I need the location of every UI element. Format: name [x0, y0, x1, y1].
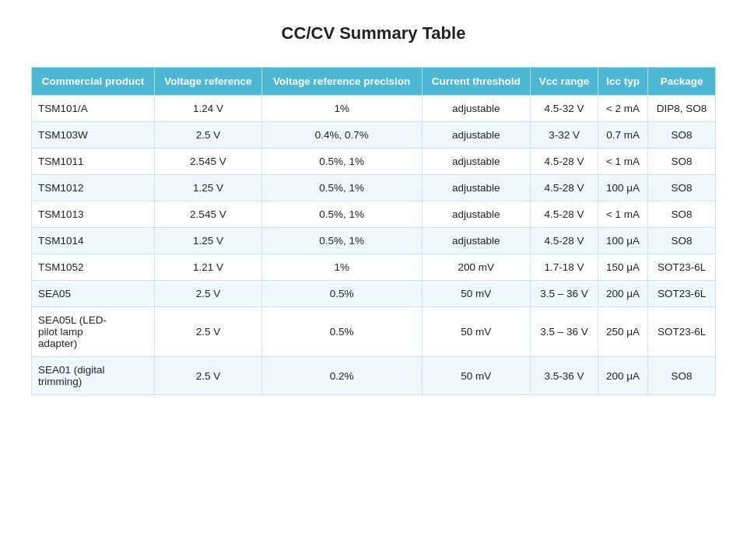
header-vcc-range: Vcc range	[531, 68, 598, 96]
cell-r0-c1: 1.24 V	[155, 96, 262, 122]
cell-r7-c6: SOT23-6L	[648, 281, 716, 307]
cell-r7-c2: 0.5%	[261, 281, 422, 307]
cell-r3-c1: 1.25 V	[155, 175, 262, 201]
cell-r3-c3: adjustable	[422, 175, 531, 201]
cell-r8-c1: 2.5 V	[155, 307, 262, 357]
cell-r2-c2: 0.5%, 1%	[261, 149, 422, 175]
cell-r8-c2: 0.5%	[261, 307, 422, 357]
cell-r5-c6: SO8	[648, 228, 716, 254]
table-row: TSM10132.545 V0.5%, 1%adjustable4.5-28 V…	[32, 201, 716, 228]
header-package: Package	[648, 68, 716, 96]
cell-r3-c2: 0.5%, 1%	[261, 175, 422, 201]
cell-r0-c2: 1%	[261, 96, 422, 122]
cell-r0-c4: 4.5-32 V	[531, 96, 598, 122]
cell-r1-c1: 2.5 V	[155, 122, 262, 149]
cell-r4-c4: 4.5-28 V	[531, 201, 598, 228]
summary-table: Commercial product Voltage reference Vol…	[31, 67, 716, 395]
cell-r6-c0: TSM1052	[32, 254, 155, 281]
cell-r6-c3: 200 mV	[422, 254, 531, 281]
page-title: CC/CV Summary Table	[282, 23, 466, 44]
cell-r8-c6: SOT23-6L	[648, 307, 716, 357]
cell-r2-c0: TSM1011	[32, 149, 155, 175]
cell-r7-c3: 50 mV	[422, 281, 531, 307]
header-commercial-product: Commercial product	[32, 68, 155, 96]
cell-r4-c6: SO8	[648, 201, 716, 228]
cell-r3-c6: SO8	[648, 175, 716, 201]
cell-r2-c5: < 1 mA	[598, 149, 648, 175]
cell-r6-c1: 1.21 V	[155, 254, 262, 281]
table-row: TSM10521.21 V1%200 mV1.7-18 V150 μASOT23…	[32, 254, 716, 281]
cell-r7-c0: SEA05	[32, 281, 155, 307]
cell-r2-c3: adjustable	[422, 149, 531, 175]
cell-r5-c0: TSM1014	[32, 228, 155, 254]
header-voltage-reference: Voltage reference	[155, 68, 262, 96]
cell-r1-c5: 0.7 mA	[598, 122, 648, 149]
cell-r6-c4: 1.7-18 V	[531, 254, 598, 281]
cell-r0-c6: DIP8, SO8	[648, 96, 716, 122]
table-row: TSM10121.25 V0.5%, 1%adjustable4.5-28 V1…	[32, 175, 716, 201]
cell-r1-c3: adjustable	[422, 122, 531, 149]
cell-r1-c4: 3-32 V	[531, 122, 598, 149]
cell-r3-c0: TSM1012	[32, 175, 155, 201]
cell-r9-c5: 200 μA	[598, 357, 648, 395]
cell-r1-c6: SO8	[648, 122, 716, 149]
cell-r0-c0: TSM101/A	[32, 96, 155, 122]
cell-r8-c4: 3.5 – 36 V	[531, 307, 598, 357]
cell-r1-c0: TSM103W	[32, 122, 155, 149]
cell-r2-c4: 4.5-28 V	[531, 149, 598, 175]
cell-r9-c4: 3.5-36 V	[531, 357, 598, 395]
table-row: SEA052.5 V0.5%50 mV3.5 – 36 V200 μASOT23…	[32, 281, 716, 307]
cell-r9-c6: SO8	[648, 357, 716, 395]
cell-r2-c6: SO8	[648, 149, 716, 175]
cell-r5-c2: 0.5%, 1%	[261, 228, 422, 254]
table-row: SEA05L (LED- pilot lamp adapter)2.5 V0.5…	[32, 307, 716, 357]
cell-r2-c1: 2.545 V	[155, 149, 262, 175]
cell-r3-c5: 100 μA	[598, 175, 648, 201]
cell-r5-c3: adjustable	[422, 228, 531, 254]
cell-r8-c0: SEA05L (LED- pilot lamp adapter)	[32, 307, 155, 357]
cell-r9-c2: 0.2%	[261, 357, 422, 395]
header-icc-typ: Icc typ	[598, 68, 648, 96]
table-row: TSM10112.545 V0.5%, 1%adjustable4.5-28 V…	[32, 149, 716, 175]
cell-r5-c5: 100 μA	[598, 228, 648, 254]
table-row: TSM10141.25 V0.5%, 1%adjustable4.5-28 V1…	[32, 228, 716, 254]
cell-r9-c0: SEA01 (digital trimming)	[32, 357, 155, 395]
cell-r5-c4: 4.5-28 V	[531, 228, 598, 254]
cell-r7-c5: 200 μA	[598, 281, 648, 307]
cell-r3-c4: 4.5-28 V	[531, 175, 598, 201]
cell-r4-c2: 0.5%, 1%	[261, 201, 422, 228]
cell-r4-c0: TSM1013	[32, 201, 155, 228]
table-header-row: Commercial product Voltage reference Vol…	[32, 68, 716, 96]
table-row: SEA01 (digital trimming)2.5 V0.2%50 mV3.…	[32, 357, 716, 395]
cell-r5-c1: 1.25 V	[155, 228, 262, 254]
cell-r1-c2: 0.4%, 0.7%	[261, 122, 422, 149]
cell-r7-c1: 2.5 V	[155, 281, 262, 307]
cell-r6-c2: 1%	[261, 254, 422, 281]
cell-r4-c1: 2.545 V	[155, 201, 262, 228]
header-current-threshold: Current threshold	[422, 68, 531, 96]
cell-r4-c5: < 1 mA	[598, 201, 648, 228]
cell-r8-c3: 50 mV	[422, 307, 531, 357]
cell-r8-c5: 250 μA	[598, 307, 648, 357]
cell-r7-c4: 3.5 – 36 V	[531, 281, 598, 307]
table-row: TSM103W2.5 V0.4%, 0.7%adjustable3-32 V0.…	[32, 122, 716, 149]
cell-r9-c3: 50 mV	[422, 357, 531, 395]
cell-r4-c3: adjustable	[422, 201, 531, 228]
cell-r0-c3: adjustable	[422, 96, 531, 122]
cell-r6-c5: 150 μA	[598, 254, 648, 281]
cell-r6-c6: SOT23-6L	[648, 254, 716, 281]
table-row: TSM101/A1.24 V1%adjustable4.5-32 V< 2 mA…	[32, 96, 716, 122]
cell-r9-c1: 2.5 V	[155, 357, 262, 395]
header-voltage-reference-precision: Voltage reference precision	[261, 68, 422, 96]
cell-r0-c5: < 2 mA	[598, 96, 648, 122]
